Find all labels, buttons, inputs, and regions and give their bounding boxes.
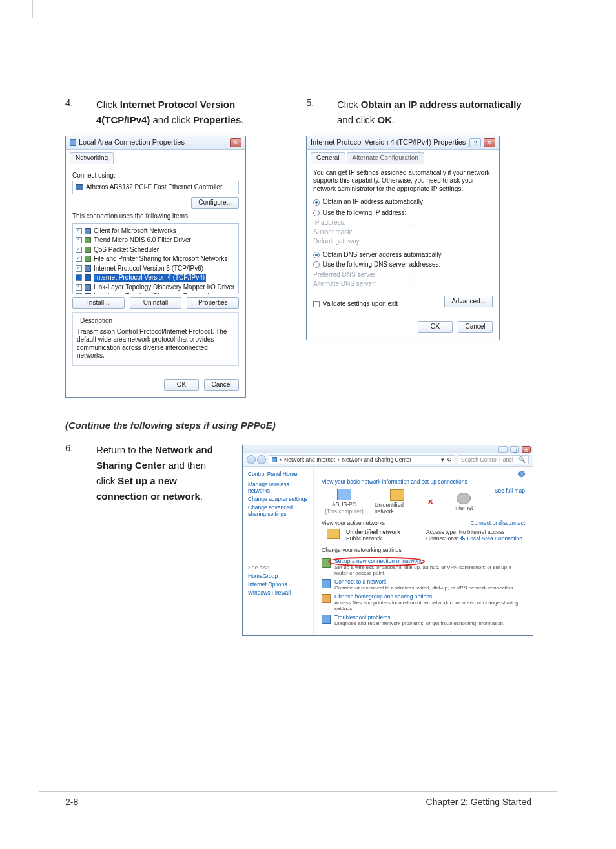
radio-icon[interactable] — [313, 261, 320, 268]
network-icon — [390, 489, 404, 501]
maximize-icon[interactable]: □ — [510, 446, 519, 453]
list-item[interactable]: Internet Protocol Version 6 (TCP/IPv6) — [76, 264, 236, 274]
help-icon[interactable]: ? — [469, 138, 481, 147]
checkbox-icon[interactable] — [76, 265, 82, 272]
sidebar-link[interactable]: Change adapter settings — [248, 496, 308, 502]
list-item-selected[interactable]: Internet Protocol Version 4 (TCP/IPv4) — [76, 273, 236, 283]
radio-use-ip[interactable]: Use the following IP address: — [313, 209, 493, 218]
validate-checkbox[interactable]: Validate settings upon exit — [313, 300, 398, 309]
list-item[interactable]: Link-Layer Topology Discovery Responder — [76, 292, 236, 294]
view-active-label: View your active networks — [322, 520, 385, 526]
see-full-map-link[interactable]: See full map — [486, 487, 525, 494]
map-node-internet: Internet — [441, 493, 486, 511]
component-icon — [85, 265, 91, 272]
lac-title: Local Area Connection Properties — [79, 138, 227, 147]
radio-icon[interactable] — [313, 210, 320, 216]
chapter-title: Chapter 2: Getting Started — [426, 797, 531, 807]
uninstall-button[interactable]: Uninstall — [130, 297, 182, 309]
ipv4-title: Internet Protocol Version 4 (TCP/IPv4) P… — [311, 138, 467, 147]
network-icon — [327, 529, 340, 539]
search-input[interactable]: Search Control Panel 🔍 — [458, 455, 529, 464]
page-number: 2-8 — [65, 797, 78, 807]
cancel-button[interactable]: Cancel — [204, 379, 239, 391]
ip-address-row: IP address:... — [313, 219, 493, 227]
checkbox-icon[interactable] — [76, 247, 82, 253]
component-icon — [85, 274, 91, 281]
help-icon[interactable] — [518, 471, 525, 477]
forward-icon[interactable] — [257, 455, 266, 464]
step4-text: Click Internet Protocol Version 4(TCP/IP… — [96, 97, 291, 128]
tab-networking[interactable]: Networking — [70, 152, 114, 164]
checkbox-icon[interactable] — [76, 228, 82, 234]
sidebar-home[interactable]: Control Panel Home — [248, 471, 308, 477]
task-homegroup[interactable]: Choose homegroup and sharing options Acc… — [322, 593, 525, 611]
task-troubleshoot[interactable]: Troubleshoot problems Diagnose and repai… — [322, 614, 525, 626]
close-icon[interactable]: ✕ — [522, 446, 531, 453]
network-kind: Public network — [346, 535, 400, 542]
task-connect-network[interactable]: Connect to a network Connect or reconnec… — [322, 578, 525, 591]
sidebar-link[interactable]: HomeGroup — [248, 573, 308, 579]
breadcrumb[interactable]: « Network and Internet› Network and Shar… — [269, 455, 455, 464]
list-item[interactable]: QoS Packet Scheduler — [76, 245, 236, 255]
component-icon — [85, 293, 91, 294]
network-name: Unidentified network — [346, 529, 400, 535]
checkbox-icon[interactable] — [76, 293, 82, 294]
task-icon — [322, 615, 331, 624]
ipv4-window: Internet Protocol Version 4 (TCP/IPv4) P… — [306, 136, 500, 340]
task-icon — [322, 594, 331, 603]
step6-text: Return to the Network and Sharing Center… — [96, 442, 227, 504]
task-setup-connection[interactable]: Set up a new connection or network Set u… — [322, 558, 525, 576]
step5-text: Click Obtain an IP address automatically… — [337, 97, 531, 128]
sidebar-link[interactable]: Manage wireless networks — [248, 481, 308, 494]
adapter-icon — [76, 184, 83, 190]
radio-auto-ip[interactable]: Obtain an IP address automatically — [313, 198, 493, 207]
close-icon[interactable]: ✕ — [230, 138, 241, 147]
globe-icon — [457, 493, 471, 504]
window-icon — [70, 139, 76, 146]
step6-number: 6. — [65, 442, 85, 504]
connection-link[interactable]: 🖧 Local Area Connection — [460, 535, 522, 542]
ok-button[interactable]: OK — [418, 321, 453, 333]
checkbox-icon[interactable] — [76, 237, 82, 243]
sidebar-link[interactable]: Windows Firewall — [248, 589, 308, 596]
list-item[interactable]: Link-Layer Topology Discovery Mapper I/O… — [76, 283, 236, 292]
ok-button[interactable]: OK — [164, 379, 199, 391]
properties-button[interactable]: Properties — [187, 297, 239, 309]
list-item[interactable]: Trend Micro NDIS 6.0 Filter Driver — [76, 236, 236, 245]
sidebar-link[interactable]: Internet Options — [248, 581, 308, 588]
connect-disconnect-link[interactable]: Connect or disconnect — [470, 520, 525, 526]
configure-button[interactable]: Configure... — [191, 197, 239, 209]
close-icon[interactable]: ✕ — [484, 138, 495, 147]
list-item[interactable]: File and Printer Sharing for Microsoft N… — [76, 254, 236, 264]
lac-window: Local Area Connection Properties ✕ Netwo… — [65, 136, 246, 398]
connection-items-list[interactable]: Client for Microsoft Networks Trend Micr… — [72, 223, 239, 294]
sidebar-link[interactable]: Change advanced sharing settings — [248, 504, 308, 517]
adapter-field: Atheros AR8132 PCI-E Fast Ethernet Contr… — [72, 181, 239, 194]
install-button[interactable]: Install... — [72, 297, 125, 309]
list-item[interactable]: Client for Microsoft Networks — [76, 227, 236, 236]
tab-general[interactable]: General — [311, 152, 345, 164]
network-sharing-center-window: – □ ✕ « Network and Internet› Network an… — [242, 445, 533, 636]
radio-auto-dns[interactable]: Obtain DNS server address automatically — [313, 251, 493, 260]
task-icon — [322, 579, 331, 588]
checkbox-icon[interactable] — [76, 274, 82, 281]
step-5: 5. Click Obtain an IP address automatica… — [306, 97, 531, 128]
checkbox-icon[interactable] — [313, 301, 320, 307]
map-node-pc: ASUS-PC (This computer) — [322, 489, 367, 515]
radio-icon[interactable] — [313, 199, 320, 206]
checkbox-icon[interactable] — [76, 256, 82, 262]
back-icon[interactable] — [247, 455, 256, 464]
minimize-icon[interactable]: – — [498, 446, 508, 453]
advanced-button[interactable]: Advanced... — [444, 296, 493, 308]
radio-icon[interactable] — [313, 252, 320, 258]
radio-use-dns[interactable]: Use the following DNS server addresses: — [313, 261, 493, 269]
connect-using-label: Connect using: — [72, 172, 239, 180]
checkbox-icon[interactable] — [76, 284, 82, 291]
map-node-unid: Unidentified network — [375, 489, 420, 515]
adapter-name: Atheros AR8132 PCI-E Fast Ethernet Contr… — [86, 183, 222, 192]
tab-alternate[interactable]: Alternate Configuration — [347, 152, 424, 164]
page-footer: 2-8 Chapter 2: Getting Started — [39, 791, 557, 807]
cancel-button[interactable]: Cancel — [458, 321, 493, 333]
description-box: Description Transmission Control Protoco… — [72, 312, 239, 366]
step-4: 4. Click Internet Protocol Version 4(TCP… — [65, 97, 291, 128]
